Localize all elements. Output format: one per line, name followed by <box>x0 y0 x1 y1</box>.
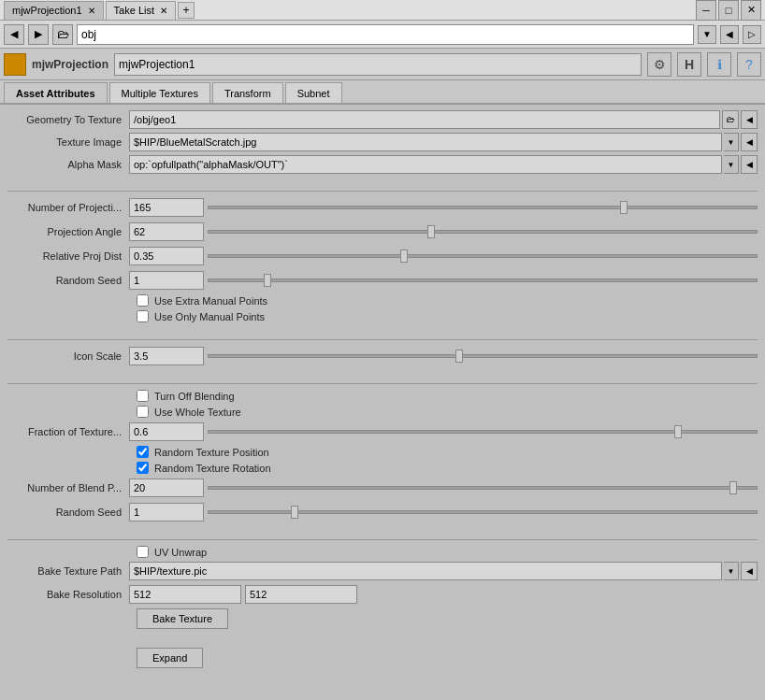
uv-unwrap-label: UV Unwrap <box>154 547 207 558</box>
use-extra-manual-points-label: Use Extra Manual Points <box>154 295 267 307</box>
icon-scale-label: Icon Scale <box>7 350 129 362</box>
num-blend-points-row: Number of Blend P... <box>7 478 758 498</box>
geometry-to-texture-input[interactable] <box>129 110 720 129</box>
random-texture-position-row: Random Texture Position <box>137 446 758 458</box>
turn-off-blending-label: Turn Off Blending <box>154 391 235 402</box>
tab-takelist[interactable]: Take List ✕ <box>106 1 176 20</box>
bake-texture-path-browse-btn[interactable]: ◀ <box>741 562 758 580</box>
use-whole-texture-checkbox[interactable] <box>137 406 149 418</box>
icon-scale-slider[interactable] <box>208 354 758 358</box>
num-blend-points-slider[interactable] <box>208 486 758 490</box>
relative-proj-dist-input[interactable] <box>129 247 204 265</box>
expand-btn-row: Expand <box>137 648 758 668</box>
bake-resolution-input1[interactable] <box>129 585 241 604</box>
fraction-of-texture-input[interactable] <box>129 422 204 441</box>
alpha-mask-dropdown-btn[interactable]: ▼ <box>724 155 739 174</box>
uv-unwrap-checkbox[interactable] <box>137 546 149 558</box>
geometry-extra-btn[interactable]: ◀ <box>741 110 758 129</box>
fraction-of-texture-slider[interactable] <box>208 430 758 434</box>
node-header: mjwProjection ⚙ H ℹ ? <box>0 49 765 80</box>
num-blend-points-input[interactable] <box>129 479 204 497</box>
uv-unwrap-row: UV Unwrap <box>137 546 758 558</box>
window-close-btn[interactable]: ✕ <box>741 0 761 21</box>
random-seed-slider[interactable] <box>208 279 758 282</box>
alpha-mask-field-group: ▼ ◀ <box>129 155 758 174</box>
divider2 <box>7 339 758 340</box>
projection-angle-input[interactable] <box>129 222 204 241</box>
random-seed2-label: Random Seed <box>7 507 129 518</box>
nav-prev-btn[interactable]: ◀ <box>720 25 739 44</box>
address-input[interactable] <box>77 24 694 45</box>
geometry-to-texture-label: Geometry To Texture <box>7 114 129 125</box>
random-texture-position-checkbox[interactable] <box>137 446 149 458</box>
num-projections-row: Number of Projecti... <box>7 197 758 218</box>
random-texture-rotation-checkbox[interactable] <box>137 462 149 474</box>
geometry-to-texture-field-group: 🗁 ◀ <box>129 110 758 129</box>
tab-close-mjwprojection1[interactable]: ✕ <box>88 6 95 16</box>
use-only-manual-points-checkbox[interactable] <box>137 310 149 322</box>
use-extra-manual-points-checkbox[interactable] <box>137 294 149 307</box>
random-seed2-slider[interactable] <box>208 510 758 514</box>
expand-button[interactable]: Expand <box>137 648 203 668</box>
h-button[interactable]: H <box>677 52 701 77</box>
node-name-input[interactable] <box>114 53 642 76</box>
tab-transform[interactable]: Transform <box>212 82 283 103</box>
relative-proj-dist-label: Relative Proj Dist <box>7 250 129 262</box>
alpha-mask-label: Alpha Mask <box>7 159 129 170</box>
nav-next-btn[interactable]: ▷ <box>743 25 761 44</box>
tab-mjwprojection1[interactable]: mjwProjection1 ✕ <box>4 1 104 20</box>
divider3 <box>7 383 758 384</box>
bake-texture-path-field-group: ▼ ◀ <box>129 562 758 580</box>
tab-close-takelist[interactable]: ✕ <box>160 6 167 16</box>
projection-angle-label: Projection Angle <box>7 226 129 237</box>
texture-image-field-group: ▼ ◀ <box>129 133 758 151</box>
back-button[interactable]: ◀ <box>4 24 24 45</box>
info-button[interactable]: ℹ <box>707 52 731 77</box>
title-bar: mjwProjection1 ✕ Take List ✕ + ─ □ ✕ <box>0 0 765 21</box>
random-seed-input[interactable] <box>129 271 204 290</box>
num-projections-input[interactable] <box>129 198 204 217</box>
geometry-browse-btn[interactable]: 🗁 <box>722 110 739 129</box>
bake-texture-button[interactable]: Bake Texture <box>137 608 228 629</box>
bake-resolution-label: Bake Resolution <box>7 589 129 600</box>
help-button[interactable]: ? <box>737 52 761 77</box>
num-projections-slider[interactable] <box>208 206 758 209</box>
relative-proj-dist-slider[interactable] <box>208 254 758 258</box>
bake-texture-path-label: Bake Texture Path <box>7 565 129 577</box>
use-only-manual-points-row: Use Only Manual Points <box>137 310 758 322</box>
tab-add-button[interactable]: + <box>178 2 195 19</box>
use-whole-texture-row: Use Whole Texture <box>137 406 758 418</box>
texture-image-input[interactable] <box>129 133 722 151</box>
address-dropdown-btn[interactable]: ▼ <box>698 25 716 44</box>
forward-button[interactable]: ▶ <box>28 24 49 45</box>
icon-scale-input[interactable] <box>129 347 204 365</box>
tab-subnet[interactable]: Subnet <box>285 82 342 103</box>
icon-scale-row: Icon Scale <box>7 346 758 366</box>
tab-asset-attributes[interactable]: Asset Attributes <box>4 82 108 103</box>
tab-multiple-textures[interactable]: Multiple Textures <box>109 82 210 103</box>
texture-image-dropdown-btn[interactable]: ▼ <box>724 133 739 151</box>
address-icon: 🗁 <box>52 24 73 45</box>
window-minimize-btn[interactable]: ─ <box>696 0 716 21</box>
num-blend-points-label: Number of Blend P... <box>7 482 129 493</box>
use-extra-manual-points-row: Use Extra Manual Points <box>137 294 758 307</box>
bake-texture-path-dropdown-btn[interactable]: ▼ <box>724 562 739 580</box>
random-seed-label: Random Seed <box>7 275 129 286</box>
window-maximize-btn[interactable]: □ <box>718 0 739 21</box>
fraction-of-texture-row: Fraction of Texture... <box>7 421 758 442</box>
random-texture-position-label: Random Texture Position <box>154 447 269 458</box>
turn-off-blending-checkbox[interactable] <box>137 390 149 402</box>
random-seed2-input[interactable] <box>129 503 204 521</box>
fraction-of-texture-label: Fraction of Texture... <box>7 426 129 437</box>
texture-image-browse-btn[interactable]: ◀ <box>741 133 758 151</box>
projection-angle-row: Projection Angle <box>7 221 758 242</box>
gear-button[interactable]: ⚙ <box>647 52 671 77</box>
address-bar: ◀ ▶ 🗁 ▼ ◀ ▷ <box>0 21 765 49</box>
bake-resolution-inputs <box>129 585 357 604</box>
projection-angle-slider[interactable] <box>208 230 758 234</box>
bake-resolution-input2[interactable] <box>245 585 357 604</box>
alpha-mask-input[interactable] <box>129 155 722 174</box>
alpha-mask-browse-btn[interactable]: ◀ <box>741 155 758 174</box>
bake-resolution-row: Bake Resolution <box>7 584 758 605</box>
bake-texture-path-input[interactable] <box>129 562 722 580</box>
